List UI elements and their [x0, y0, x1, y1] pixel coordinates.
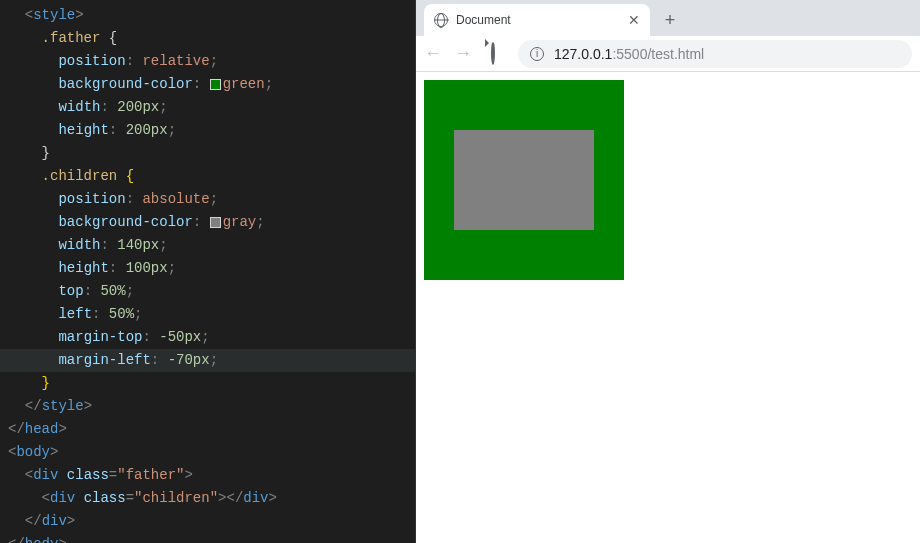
globe-icon	[434, 13, 448, 27]
code-line: background-color: green;	[0, 73, 415, 96]
page-viewport	[416, 72, 920, 543]
code-line: <div class="children"></div>	[0, 487, 415, 510]
children-box	[454, 130, 594, 230]
url-input[interactable]: i 127.0.0.1:5500/test.html	[518, 40, 912, 68]
address-bar: ← → i 127.0.0.1:5500/test.html	[416, 36, 920, 72]
tab-bar: Document ✕ +	[416, 0, 920, 36]
code-line: background-color: gray;	[0, 211, 415, 234]
back-button[interactable]: ←	[424, 43, 442, 64]
browser-tab[interactable]: Document ✕	[424, 4, 650, 36]
code-editor[interactable]: <style> .father { position: relative; ba…	[0, 0, 415, 543]
reload-icon	[491, 41, 495, 65]
code-line: <style>	[0, 4, 415, 27]
code-line: }	[0, 142, 415, 165]
code-line: }	[0, 372, 415, 395]
tab-title: Document	[456, 13, 620, 27]
code-line: left: 50%;	[0, 303, 415, 326]
father-box	[424, 80, 624, 280]
code-line: top: 50%;	[0, 280, 415, 303]
close-icon[interactable]: ✕	[628, 12, 640, 28]
code-line: width: 140px;	[0, 234, 415, 257]
info-icon[interactable]: i	[530, 47, 544, 61]
code-line: margin-top: -50px;	[0, 326, 415, 349]
forward-button[interactable]: →	[454, 43, 472, 64]
code-line: </div>	[0, 510, 415, 533]
code-line: </style>	[0, 395, 415, 418]
code-line: .father {	[0, 27, 415, 50]
code-line: </body>	[0, 533, 415, 543]
code-line-active: margin-left: -70px;	[0, 349, 415, 372]
code-line: height: 200px;	[0, 119, 415, 142]
code-line: <body>	[0, 441, 415, 464]
code-line: <div class="father">	[0, 464, 415, 487]
color-swatch-gray	[210, 217, 221, 228]
new-tab-button[interactable]: +	[656, 6, 684, 34]
code-line: position: absolute;	[0, 188, 415, 211]
reload-button[interactable]	[484, 43, 502, 64]
browser-window: Document ✕ + ← → i 127.0.0.1:5500/test.h…	[415, 0, 920, 543]
url-text: 127.0.0.1:5500/test.html	[554, 46, 704, 62]
code-line: position: relative;	[0, 50, 415, 73]
code-line: .children {	[0, 165, 415, 188]
code-line: width: 200px;	[0, 96, 415, 119]
code-line: </head>	[0, 418, 415, 441]
color-swatch-green	[210, 79, 221, 90]
code-line: height: 100px;	[0, 257, 415, 280]
